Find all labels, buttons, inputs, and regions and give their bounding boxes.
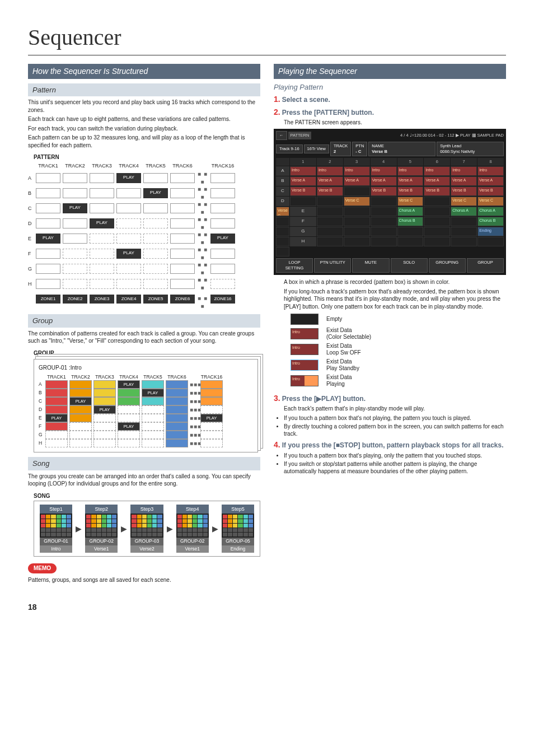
pattern-box[interactable]: Chorus B <box>477 217 504 226</box>
pattern-box[interactable]: Chorus A <box>451 207 477 216</box>
track-header: TRACK5 <box>143 162 168 169</box>
pattern-box[interactable] <box>371 237 397 246</box>
pattern-box[interactable]: Intro <box>290 166 316 176</box>
pattern-box[interactable] <box>276 237 289 246</box>
pattern-box[interactable]: Verse A <box>424 176 450 186</box>
pattern-box[interactable]: Verse B <box>397 186 424 196</box>
group-cell <box>166 397 188 405</box>
pattern-box[interactable]: Intro <box>451 166 477 176</box>
legend-swatch: Intro <box>291 344 318 355</box>
pattern-box[interactable] <box>397 227 424 236</box>
pattern-cell <box>90 173 114 183</box>
pattern-box[interactable] <box>344 217 370 226</box>
pattern-box[interactable] <box>451 237 477 246</box>
pattern-box[interactable] <box>424 207 450 216</box>
pattern-box[interactable]: Chorus A <box>397 207 424 216</box>
pattern-box[interactable] <box>317 217 343 226</box>
pattern-box[interactable] <box>344 227 370 236</box>
pattern-box[interactable] <box>317 237 343 246</box>
pattern-box[interactable]: Verse A <box>371 176 397 186</box>
track-field[interactable]: TRACK2 <box>330 142 351 156</box>
pattern-tab[interactable]: PATTERN <box>288 132 312 139</box>
step3-num: 3. <box>274 394 280 403</box>
pattern-box[interactable] <box>344 186 370 196</box>
pattern-box[interactable] <box>290 197 316 206</box>
pattern-box[interactable]: Verse C <box>451 197 477 206</box>
pattern-box[interactable] <box>371 217 397 226</box>
pattern-box[interactable] <box>451 217 477 226</box>
footer-button[interactable]: GROUPING <box>429 258 466 273</box>
footer-button[interactable]: MUTE <box>352 258 389 273</box>
group-cell <box>166 439 188 447</box>
pattern-box[interactable]: Ending <box>477 227 504 236</box>
pattern-box[interactable] <box>424 237 450 246</box>
pattern-box[interactable] <box>451 227 477 236</box>
pattern-box[interactable]: Chorus B <box>397 217 424 226</box>
pattern-box[interactable]: Verse B <box>477 186 504 196</box>
footer-button[interactable]: LOOP SETTING <box>276 258 313 273</box>
pattern-box[interactable]: Verse B <box>290 186 316 196</box>
pattern-box[interactable]: Intro <box>397 166 424 176</box>
pattern-cell <box>90 188 114 198</box>
legend-row: Intro Exist DataPlay Standby <box>291 358 506 372</box>
pattern-box[interactable]: Verse B <box>424 186 450 196</box>
view-toggle[interactable]: 16Tr View <box>304 144 329 153</box>
pattern-box[interactable]: Verse A <box>290 176 316 186</box>
pattern-box[interactable] <box>424 217 450 226</box>
pattern-box[interactable] <box>477 237 504 246</box>
pattern-box[interactable]: Chorus A <box>477 207 504 216</box>
pattern-cell <box>36 264 60 274</box>
col-header: 7 <box>451 158 477 166</box>
pattern-box[interactable]: Verse C <box>397 197 424 206</box>
footer-button[interactable]: PTN UTILITY <box>314 258 351 273</box>
pattern-box[interactable] <box>424 227 450 236</box>
pattern-box[interactable]: Verse A <box>317 176 343 186</box>
pattern-box[interactable]: Verse A <box>344 176 370 186</box>
ptn-field[interactable]: PTN- C <box>352 142 367 156</box>
pattern-box[interactable] <box>371 197 397 206</box>
pattern-box[interactable] <box>317 207 343 216</box>
footer-button[interactable]: GROUP <box>467 258 504 273</box>
pattern-box[interactable]: Intro <box>317 166 343 176</box>
pattern-box[interactable] <box>371 207 397 216</box>
pattern-box[interactable] <box>424 197 450 206</box>
song-step-header: Step3 <box>130 505 163 514</box>
pattern-box[interactable]: Verse A <box>451 176 477 186</box>
pattern-box[interactable] <box>276 217 289 226</box>
pattern-box[interactable]: Intro <box>344 166 370 176</box>
pattern-box[interactable] <box>317 197 343 206</box>
track-toggle[interactable]: Track 9-16 <box>276 144 303 153</box>
pattern-box[interactable]: Intro <box>477 166 504 176</box>
name-field[interactable]: NAMEVerse B <box>368 142 435 156</box>
song-step: Step5 GROUP-05 Ending <box>222 505 254 553</box>
pattern-box[interactable]: Verse A <box>397 176 424 186</box>
pattern-box[interactable]: Intro <box>371 166 397 176</box>
pattern-box[interactable]: Verse A <box>477 176 504 186</box>
arrow-icon: ▶ <box>121 524 127 534</box>
pattern-box[interactable]: Intro <box>424 166 450 176</box>
pattern-box[interactable]: Verse C <box>276 207 289 216</box>
back-icon[interactable]: ← <box>276 131 287 140</box>
group-p1: The combination of patterns created for … <box>28 330 260 345</box>
pattern-box[interactable] <box>317 227 343 236</box>
list-item: If you switch or stop/start patterns whi… <box>284 460 506 475</box>
left-column: How the Sequencer Is Structured Pattern … <box>28 64 260 585</box>
pattern-box[interactable]: Verse C <box>477 197 504 206</box>
pattern-p1: This unit's sequencer lets you record an… <box>28 99 260 114</box>
pattern-box[interactable]: Verse C <box>344 197 370 206</box>
pattern-box[interactable] <box>344 207 370 216</box>
row-label: H <box>39 440 44 446</box>
step2-sub: The PATTERN screen appears. <box>284 119 506 127</box>
pattern-box[interactable]: Verse B <box>317 186 343 196</box>
pattern-box[interactable] <box>276 227 289 236</box>
pattern-box[interactable] <box>276 247 289 256</box>
pattern-box[interactable] <box>397 237 424 246</box>
row-header: D <box>276 197 289 206</box>
pattern-box[interactable]: Verse B <box>371 186 397 196</box>
pattern-box[interactable] <box>344 237 370 246</box>
footer-button[interactable]: SOLO <box>391 258 428 273</box>
tone-field[interactable]: Synth Lead0086:Sync Nativity <box>437 142 504 156</box>
pattern-box[interactable]: Verse B <box>451 186 477 196</box>
pattern-box[interactable] <box>371 227 397 236</box>
arrow-icon: ▶ <box>76 524 82 534</box>
